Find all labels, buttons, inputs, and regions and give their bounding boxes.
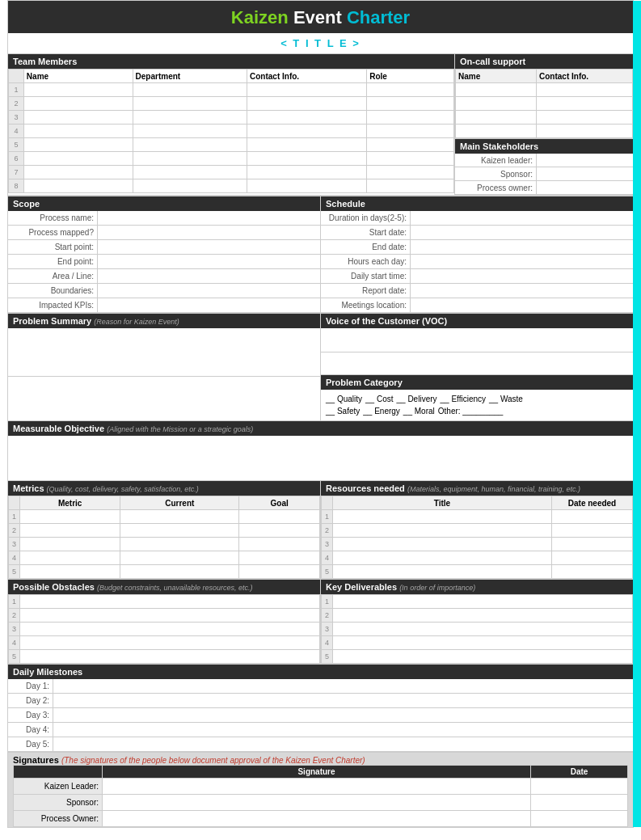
deliverable-value[interactable] (333, 636, 633, 650)
deliverable-value[interactable] (333, 650, 633, 664)
team-row[interactable]: 8 (9, 179, 454, 193)
metric-goal[interactable] (239, 524, 320, 538)
oncall-name[interactable] (456, 125, 537, 138)
team-role[interactable] (367, 138, 454, 152)
scope-row[interactable]: Impacted KPIs: (8, 298, 320, 313)
team-dept[interactable] (133, 138, 247, 152)
sig-signature[interactable] (103, 795, 531, 811)
scope-row[interactable]: Process mapped? (8, 226, 320, 240)
sig-date[interactable] (531, 779, 628, 795)
stakeholder-value[interactable] (536, 154, 633, 167)
obstacles-row[interactable]: 2 (9, 609, 320, 623)
deliverable-value[interactable] (333, 595, 633, 609)
deliverables-row[interactable]: 2 (322, 609, 633, 623)
resources-row[interactable]: 3 (322, 538, 633, 551)
scope-row[interactable]: Process name: (8, 211, 320, 226)
obstacles-row[interactable]: 1 (9, 595, 320, 609)
deliverable-value[interactable] (333, 609, 633, 623)
problem-summary-content[interactable] (8, 328, 320, 377)
stakeholder-row[interactable]: Kaizen leader: (455, 154, 633, 167)
team-role[interactable] (367, 179, 454, 193)
team-role[interactable] (367, 97, 454, 111)
resources-row[interactable]: 5 (322, 565, 633, 579)
team-dept[interactable] (133, 152, 247, 166)
signature-row[interactable]: Kaizen Leader: (14, 779, 628, 795)
team-contact[interactable] (247, 179, 367, 193)
team-dept[interactable] (133, 125, 247, 138)
team-name[interactable] (23, 125, 133, 138)
milestone-row[interactable]: Day 1: (8, 679, 633, 694)
milestone-value[interactable] (53, 737, 633, 751)
voc-extra[interactable] (321, 352, 633, 375)
metric-current[interactable] (120, 524, 239, 538)
team-name[interactable] (23, 179, 133, 193)
resource-date[interactable] (552, 565, 633, 579)
team-name[interactable] (23, 166, 133, 179)
scope-field-value[interactable] (97, 211, 320, 225)
milestone-row[interactable]: Day 2: (8, 694, 633, 708)
resources-row[interactable]: 1 (322, 510, 633, 524)
resource-date[interactable] (552, 551, 633, 565)
scope-row[interactable]: Start point: (8, 240, 320, 255)
oncall-name[interactable] (456, 111, 537, 125)
metric-goal[interactable] (239, 551, 320, 565)
deliverables-row[interactable]: 4 (322, 636, 633, 650)
oncall-name[interactable] (456, 97, 537, 111)
schedule-field-value[interactable] (410, 284, 633, 298)
team-role[interactable] (367, 125, 454, 138)
stakeholder-value[interactable] (536, 181, 633, 194)
team-contact[interactable] (247, 166, 367, 179)
metric-current[interactable] (120, 551, 239, 565)
team-dept[interactable] (133, 111, 247, 125)
schedule-field-value[interactable] (410, 211, 633, 225)
metric-current[interactable] (120, 510, 239, 524)
team-contact[interactable] (247, 83, 367, 97)
resource-title[interactable] (333, 524, 552, 538)
metrics-row[interactable]: 2 (9, 524, 320, 538)
deliverable-value[interactable] (333, 623, 633, 636)
resource-date[interactable] (552, 524, 633, 538)
scope-field-value[interactable] (97, 240, 320, 254)
team-name[interactable] (23, 111, 133, 125)
sig-signature[interactable] (103, 811, 531, 827)
deliverables-row[interactable]: 5 (322, 650, 633, 664)
team-dept[interactable] (133, 179, 247, 193)
obstacle-value[interactable] (20, 609, 320, 623)
metric-name[interactable] (20, 538, 120, 551)
obstacle-value[interactable] (20, 636, 320, 650)
team-dept[interactable] (133, 97, 247, 111)
stakeholder-row[interactable]: Process owner: (455, 181, 633, 195)
schedule-row[interactable]: End date: (321, 240, 633, 255)
metrics-row[interactable]: 4 (9, 551, 320, 565)
metrics-row[interactable]: 1 (9, 510, 320, 524)
team-name[interactable] (23, 83, 133, 97)
scope-field-value[interactable] (97, 298, 320, 312)
team-row[interactable]: 4 (9, 125, 454, 138)
oncall-contact[interactable] (537, 125, 633, 138)
oncall-contact[interactable] (537, 83, 633, 97)
schedule-row[interactable]: Meetings location: (321, 298, 633, 313)
metric-goal[interactable] (239, 538, 320, 551)
obstacle-value[interactable] (20, 595, 320, 609)
deliverables-row[interactable]: 1 (322, 595, 633, 609)
team-contact[interactable] (247, 97, 367, 111)
team-contact[interactable] (247, 125, 367, 138)
obstacles-row[interactable]: 5 (9, 650, 320, 664)
oncall-contact[interactable] (537, 111, 633, 125)
resource-title[interactable] (333, 538, 552, 551)
metric-name[interactable] (20, 524, 120, 538)
team-role[interactable] (367, 166, 454, 179)
oncall-row[interactable] (456, 97, 633, 111)
team-role[interactable] (367, 111, 454, 125)
team-row[interactable]: 3 (9, 111, 454, 125)
deliverables-row[interactable]: 3 (322, 623, 633, 636)
team-contact[interactable] (247, 152, 367, 166)
schedule-field-value[interactable] (410, 255, 633, 268)
milestone-value[interactable] (53, 694, 633, 707)
metric-name[interactable] (20, 510, 120, 524)
signature-row[interactable]: Sponsor: (14, 795, 628, 811)
resource-date[interactable] (552, 538, 633, 551)
metric-goal[interactable] (239, 565, 320, 579)
resource-title[interactable] (333, 565, 552, 579)
metric-current[interactable] (120, 565, 239, 579)
